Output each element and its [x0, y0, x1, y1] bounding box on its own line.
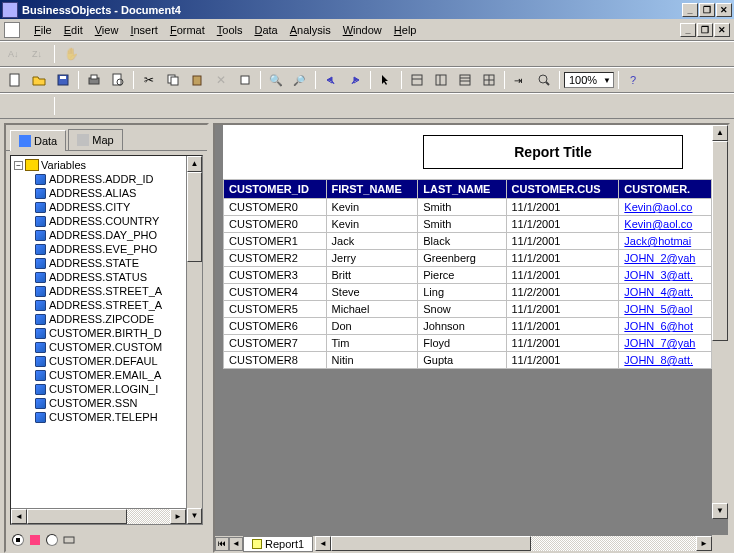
table-cell[interactable]: CUSTOMER4	[224, 284, 327, 301]
email-link[interactable]: JOHN_4@att.	[619, 284, 712, 301]
column-header[interactable]: CUSTOMER.	[619, 180, 712, 199]
menu-edit[interactable]: Edit	[58, 22, 89, 38]
view1-button[interactable]	[406, 69, 428, 91]
tree-item[interactable]: ADDRESS.STREET_A	[13, 298, 200, 312]
drill-button[interactable]: ⇥	[509, 69, 531, 91]
table-cell[interactable]: Pierce	[418, 267, 506, 284]
table-cell[interactable]: CUSTOMER0	[224, 199, 327, 216]
email-link[interactable]: JOHN_6@hot	[619, 318, 712, 335]
grid-button[interactable]	[478, 69, 500, 91]
column-header[interactable]: CUSTOMER_ID	[224, 180, 327, 199]
table-cell[interactable]: 11/1/2001	[506, 335, 619, 352]
tree-item[interactable]: ADDRESS.STATUS	[13, 270, 200, 284]
tree-item[interactable]: ADDRESS.STATE	[13, 256, 200, 270]
table-cell[interactable]: Black	[418, 233, 506, 250]
table-row[interactable]: CUSTOMER7TimFloyd11/1/2001JOHN_7@yah	[224, 335, 712, 352]
tool-a-button[interactable]	[4, 95, 26, 117]
view2-button[interactable]	[430, 69, 452, 91]
table-cell[interactable]: CUSTOMER6	[224, 318, 327, 335]
table-cell[interactable]: 11/1/2001	[506, 233, 619, 250]
table-cell[interactable]: Steve	[326, 284, 418, 301]
tool-c-button[interactable]	[59, 95, 81, 117]
sort-desc-button[interactable]: Z↓	[28, 43, 50, 65]
table-cell[interactable]: CUSTOMER7	[224, 335, 327, 352]
scroll-down-button[interactable]: ▼	[187, 508, 202, 524]
scroll-left-button[interactable]: ◄	[11, 509, 27, 524]
report-vscrollbar[interactable]: ▲ ▼	[712, 125, 728, 519]
email-link[interactable]: JOHN_7@yah	[619, 335, 712, 352]
tool-d-button[interactable]	[83, 95, 105, 117]
table-cell[interactable]: Smith	[418, 199, 506, 216]
report-hscrollbar[interactable]: ◄ ►	[315, 535, 712, 551]
hscroll-thumb[interactable]	[27, 509, 127, 524]
tree-item[interactable]: ADDRESS.STREET_A	[13, 284, 200, 298]
sort-asc-button[interactable]: A↓	[4, 43, 26, 65]
column-header[interactable]: CUSTOMER.CUS	[506, 180, 619, 199]
report-title[interactable]: Report Title	[423, 135, 683, 169]
email-link[interactable]: JOHN_2@yah	[619, 250, 712, 267]
zoom-combobox[interactable]: ▼	[564, 72, 614, 88]
menu-help[interactable]: Help	[388, 22, 423, 38]
table-row[interactable]: CUSTOMER0KevinSmith11/1/2001Kevin@aol.co	[224, 199, 712, 216]
table-cell[interactable]: Britt	[326, 267, 418, 284]
list-icon[interactable]	[62, 533, 76, 547]
tree-item[interactable]: ADDRESS.DAY_PHO	[13, 228, 200, 242]
open-button[interactable]	[28, 69, 50, 91]
menu-tools[interactable]: Tools	[211, 22, 249, 38]
report-scroll-down[interactable]: ▼	[712, 503, 728, 519]
table-cell[interactable]: Snow	[418, 301, 506, 318]
table-cell[interactable]: Nitin	[326, 352, 418, 369]
email-link[interactable]: JOHN_3@att.	[619, 267, 712, 284]
tool-e-button[interactable]	[107, 95, 129, 117]
tree-item[interactable]: ADDRESS.ADDR_ID	[13, 172, 200, 186]
view3-button[interactable]	[454, 69, 476, 91]
tree-item[interactable]: ADDRESS.EVE_PHO	[13, 242, 200, 256]
document-icon[interactable]	[4, 22, 20, 38]
tree-hscrollbar[interactable]: ◄ ►	[11, 508, 186, 524]
tree-item[interactable]: CUSTOMER.CUSTOM	[13, 340, 200, 354]
table-row[interactable]: CUSTOMER1JackBlack11/1/2001Jack@hotmai	[224, 233, 712, 250]
tree-item[interactable]: ADDRESS.ZIPCODE	[13, 312, 200, 326]
table-cell[interactable]: 11/1/2001	[506, 318, 619, 335]
undo-button[interactable]	[320, 69, 342, 91]
table-cell[interactable]: Tim	[326, 335, 418, 352]
insert-button[interactable]	[234, 69, 256, 91]
table-cell[interactable]: Gupta	[418, 352, 506, 369]
table-cell[interactable]: 11/1/2001	[506, 216, 619, 233]
find-next-button[interactable]: 🔎	[289, 69, 311, 91]
scroll-right-button[interactable]: ►	[170, 509, 186, 524]
tree-item[interactable]: CUSTOMER.EMAIL_A	[13, 368, 200, 382]
print-button[interactable]	[83, 69, 105, 91]
report-scroll-up[interactable]: ▲	[712, 125, 728, 141]
table-cell[interactable]: Kevin	[326, 216, 418, 233]
menu-view[interactable]: View	[89, 22, 125, 38]
table-cell[interactable]: CUSTOMER3	[224, 267, 327, 284]
table-cell[interactable]: Greenberg	[418, 250, 506, 267]
tree-item[interactable]: CUSTOMER.SSN	[13, 396, 200, 410]
email-link[interactable]: JOHN_5@aol	[619, 301, 712, 318]
minimize-button[interactable]: _	[682, 3, 698, 17]
scroll-up-button[interactable]: ▲	[187, 156, 202, 172]
tree-item[interactable]: CUSTOMER.DEFAUL	[13, 354, 200, 368]
paste-button[interactable]	[186, 69, 208, 91]
table-cell[interactable]: 11/1/2001	[506, 301, 619, 318]
redo-button[interactable]	[344, 69, 366, 91]
table-cell[interactable]: Michael	[326, 301, 418, 318]
email-link[interactable]: Kevin@aol.co	[619, 199, 712, 216]
menu-analysis[interactable]: Analysis	[284, 22, 337, 38]
tree-item[interactable]: CUSTOMER.LOGIN_I	[13, 382, 200, 396]
help-button[interactable]: ?	[623, 69, 645, 91]
cut-button[interactable]: ✂	[138, 69, 160, 91]
menu-format[interactable]: Format	[164, 22, 211, 38]
report-tab[interactable]: Report1	[243, 536, 313, 552]
table-row[interactable]: CUSTOMER6DonJohnson11/1/2001JOHN_6@hot	[224, 318, 712, 335]
scroll-thumb[interactable]	[187, 172, 202, 262]
table-cell[interactable]: Jack	[326, 233, 418, 250]
table-cell[interactable]: Floyd	[418, 335, 506, 352]
map-tab[interactable]: Map	[68, 129, 122, 150]
new-button[interactable]	[4, 69, 26, 91]
collapse-icon[interactable]: −	[14, 161, 23, 170]
zoom-dropdown-icon[interactable]: ▼	[603, 76, 611, 85]
report-scroll-right[interactable]: ►	[696, 536, 712, 551]
mdi-minimize-button[interactable]: _	[680, 23, 696, 37]
